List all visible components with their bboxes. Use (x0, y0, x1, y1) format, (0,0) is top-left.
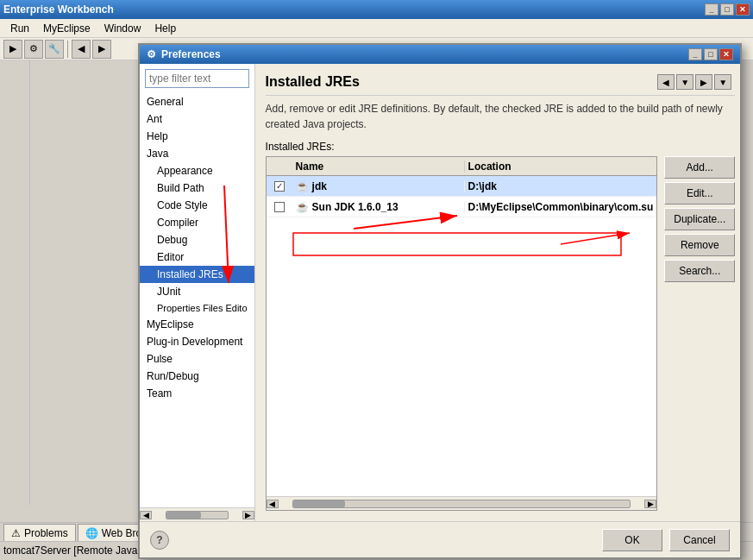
toolbar-btn-3[interactable]: 🔧 (45, 40, 64, 59)
nav-forward-button[interactable]: ▶ (695, 74, 712, 90)
left-sidebar (0, 60, 30, 505)
tree-scroll[interactable]: ◀ ▶ (140, 507, 254, 521)
toolbar-btn-4[interactable]: ◀ (72, 40, 91, 59)
table-hscrollbar[interactable] (292, 500, 631, 508)
row1-check[interactable] (267, 181, 292, 192)
table-scroll[interactable]: ◀ ▶ (267, 496, 657, 510)
tree-item-buildpath[interactable]: Build Path (140, 179, 254, 197)
row2-name-text: Sun JDK 1.6.0_13 (312, 201, 398, 213)
installed-jres-label: Installed JREs: (266, 141, 736, 153)
header-name: Name (292, 160, 465, 173)
row2-checkbox[interactable] (274, 202, 285, 212)
table-body: ☕ jdk D:\jdk ☕ (267, 176, 657, 496)
row1-checkbox[interactable] (274, 181, 285, 192)
tree-hscrollbar[interactable] (166, 511, 229, 519)
filter-input[interactable] (145, 69, 249, 88)
tree-item-ant[interactable]: Ant (140, 110, 254, 128)
maximize-button[interactable]: □ (720, 3, 734, 16)
tree-item-installed-jres[interactable]: Installed JREs (140, 266, 254, 283)
tree-item-rundebug[interactable]: Run/Debug (140, 368, 254, 385)
table-and-buttons: Name Location ☕ jdk (266, 156, 736, 511)
tab-problems-icon: ⚠ (11, 527, 21, 539)
panel-title: Installed JREs (266, 74, 360, 90)
panel-description: Add, remove or edit JRE definitions. By … (266, 101, 736, 132)
menu-myeclipse[interactable]: MyEclipse (36, 21, 97, 36)
dialog-footer: ? OK Cancel (140, 521, 740, 557)
tree-item-appearance[interactable]: Appearance (140, 162, 254, 179)
tree-item-help[interactable]: Help (140, 128, 254, 145)
row1-location: D:\jdk (465, 180, 657, 192)
cancel-button[interactable]: Cancel (669, 529, 730, 551)
add-button[interactable]: Add... (664, 156, 735, 179)
tree-item-editor[interactable]: Editor (140, 249, 254, 266)
header-location: Location (465, 160, 657, 173)
row1-name-text: jdk (312, 180, 327, 192)
toolbar-btn-1[interactable]: ▶ (3, 40, 22, 59)
toolbar-btn-5[interactable]: ▶ (92, 40, 111, 59)
menu-window[interactable]: Window (97, 21, 148, 36)
close-button[interactable]: ✕ (736, 3, 750, 16)
tree-item-java[interactable]: Java (140, 145, 254, 162)
title-bar: Enterprise Workbench _ □ ✕ (0, 0, 753, 19)
nav-buttons: ◀ ▼ ▶ ▼ (657, 74, 731, 90)
dialog-minimize-button[interactable]: _ (688, 48, 702, 60)
right-buttons: Add... Edit... Duplicate... Remove Searc… (657, 156, 735, 511)
tree-item-myeclipse[interactable]: MyEclipse (140, 316, 254, 333)
nav-back-button[interactable]: ◀ (657, 74, 675, 90)
nav-dropdown-button[interactable]: ▼ (676, 74, 693, 90)
menu-run[interactable]: Run (3, 21, 36, 36)
tree-item-compiler[interactable]: Compiler (140, 214, 254, 231)
app-title: Enterprise Workbench (3, 3, 114, 16)
dialog-maximize-button[interactable]: □ (704, 48, 718, 60)
dialog-body: General Ant Help Java Appearance Build P… (140, 64, 740, 521)
tree-item-properties[interactable]: Properties Files Edito (140, 300, 254, 316)
panel-header: Installed JREs ◀ ▼ ▶ ▼ (266, 74, 736, 96)
tree-items: General Ant Help Java Appearance Build P… (140, 93, 254, 507)
tree-item-pulse[interactable]: Pulse (140, 350, 254, 368)
help-icon[interactable]: ? (150, 531, 169, 550)
row2-check[interactable] (267, 202, 292, 212)
dialog-title-bar: ⚙ Preferences _ □ ✕ (140, 45, 740, 64)
content-panel: Installed JREs ◀ ▼ ▶ ▼ Add, remove or ed… (255, 64, 746, 521)
ok-button[interactable]: OK (602, 529, 662, 551)
preferences-dialog: ⚙ Preferences _ □ ✕ General Ant Help Jav… (138, 43, 742, 559)
search-button[interactable]: Search... (664, 260, 735, 282)
menu-bar: Run MyEclipse Window Help (0, 19, 753, 38)
tree-item-debug[interactable]: Debug (140, 231, 254, 249)
tab-problems[interactable]: ⚠ Problems (3, 524, 76, 541)
minimize-button[interactable]: _ (705, 3, 718, 16)
dialog-title: Preferences (161, 48, 221, 60)
toolbar-btn-2[interactable]: ⚙ (24, 40, 43, 59)
dialog-title-buttons: _ □ ✕ (688, 48, 733, 60)
row2-name: ☕ Sun JDK 1.6.0_13 (292, 201, 465, 213)
dialog-icon: ⚙ (147, 48, 156, 60)
duplicate-button[interactable]: Duplicate... (664, 208, 735, 230)
remove-button[interactable]: Remove (664, 234, 735, 256)
tab-webbrowser-icon: 🌐 (85, 527, 98, 539)
table-scroll-left[interactable]: ◀ (267, 500, 279, 508)
tree-item-plugin[interactable]: Plug-in Development (140, 333, 254, 350)
table-scroll-thumb[interactable] (293, 500, 345, 507)
tab-problems-label: Problems (24, 527, 68, 539)
jre-icon-1: ☕ (296, 180, 309, 192)
tree-item-general[interactable]: General (140, 93, 254, 110)
edit-button[interactable]: Edit... (664, 182, 735, 204)
menu-help[interactable]: Help (147, 21, 183, 36)
table-row[interactable]: ☕ jdk D:\jdk (267, 176, 657, 197)
title-bar-buttons: _ □ ✕ (705, 3, 750, 16)
table-scroll-right[interactable]: ▶ (644, 500, 656, 508)
tree-panel: General Ant Help Java Appearance Build P… (140, 64, 255, 521)
scroll-right-btn[interactable]: ▶ (242, 511, 254, 519)
tree-item-team[interactable]: Team (140, 385, 254, 402)
table-header: Name Location (267, 157, 657, 176)
jre-icon-2: ☕ (296, 201, 309, 213)
scroll-left-btn[interactable]: ◀ (140, 511, 152, 519)
nav-dropdown2-button[interactable]: ▼ (714, 74, 731, 90)
jre-table: Name Location ☕ jdk (266, 156, 658, 511)
row2-location: D:\MyEclipse\Common\binary\com.su (465, 201, 657, 213)
tree-item-junit[interactable]: JUnit (140, 283, 254, 300)
table-row[interactable]: ☕ Sun JDK 1.6.0_13 D:\MyEclipse\Common\b… (267, 197, 657, 217)
tree-item-codestyle[interactable]: Code Style (140, 197, 254, 214)
row1-name: ☕ jdk (292, 180, 465, 192)
dialog-close-button[interactable]: ✕ (719, 48, 733, 60)
